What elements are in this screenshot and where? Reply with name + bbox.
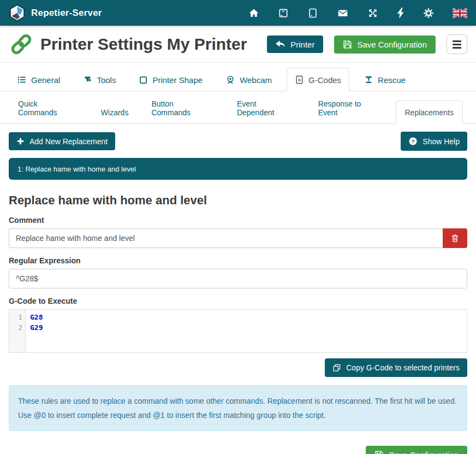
page-title: Printer Settings My Printer [40, 35, 247, 54]
settings-tabs: General Tools Printer Shape Webcam G G-C… [0, 67, 476, 91]
replacement-heading: Replace hame with home and level [9, 193, 467, 208]
language-flag-en-icon[interactable] [453, 8, 467, 18]
trash-icon [450, 233, 460, 243]
svg-text:?: ? [412, 138, 415, 144]
tab-general[interactable]: General [9, 68, 68, 91]
tab-webcam[interactable]: Webcam [217, 68, 280, 91]
copy-gcode-label: Copy G-Code to selected printers [346, 364, 460, 372]
show-help-label: Show Help [423, 138, 460, 145]
replacements-help-note: These rules are used to replace a comman… [9, 385, 467, 431]
save-configuration-button-top[interactable]: Save Configuration [334, 36, 436, 54]
tablet-icon[interactable] [307, 8, 318, 19]
replacement-list-item[interactable]: 1: Replace hame with home and level [9, 158, 467, 180]
subtab-response-to-event[interactable]: Response to Event [309, 92, 391, 124]
gcode-file-icon: G [295, 75, 304, 85]
gcode-line-numbers: 1 2 [9, 310, 26, 352]
save-configuration-label-top: Save Configuration [357, 40, 427, 49]
tab-gcodes-label: G-Codes [308, 75, 341, 85]
regex-label: Regular Expression [9, 256, 467, 265]
subtab-quick-commands[interactable]: Quick Commands [9, 92, 87, 124]
tab-webcam-label: Webcam [240, 75, 272, 85]
copy-gcode-button[interactable]: Copy G-Code to selected printers [325, 358, 467, 377]
gcode-code-area[interactable]: G28 G29 [26, 310, 467, 352]
expand-icon[interactable] [367, 8, 378, 19]
regex-input[interactable] [9, 269, 467, 288]
gear-icon[interactable] [423, 8, 434, 19]
gcode-line: G29 [30, 322, 467, 333]
home-icon[interactable] [248, 8, 259, 19]
list-icon [17, 75, 27, 85]
save-floppy-icon [343, 40, 352, 49]
bolt-icon[interactable] [397, 8, 404, 19]
subtab-button-commands[interactable]: Button Commands [142, 92, 223, 124]
gcode-label: G-Code to Execute [9, 297, 467, 305]
printer-box-icon[interactable] [278, 8, 289, 19]
add-new-replacement-button[interactable]: Add New Replacement [9, 132, 115, 150]
subtab-event-dependent[interactable]: Event Dependent [228, 92, 305, 124]
save-configuration-label-bottom: Save Configuration [389, 451, 459, 454]
tab-tools[interactable]: Tools [75, 68, 124, 91]
gcode-line: G28 [30, 312, 467, 322]
hamburger-icon [453, 40, 461, 49]
replacements-toolbar: Add New Replacement ? Show Help [9, 132, 467, 151]
tab-gcodes[interactable]: G G-Codes [287, 68, 349, 91]
gcode-subtabs: Quick Commands Wizards Button Commands E… [0, 91, 476, 124]
tab-general-label: General [31, 75, 60, 85]
question-circle-icon: ? [408, 137, 418, 146]
subtab-replacements[interactable]: Replacements [396, 101, 463, 124]
link-chain-icon [9, 33, 34, 56]
plus-icon [16, 137, 25, 145]
comment-label: Comment [9, 216, 467, 225]
repetier-logo-icon [9, 4, 26, 21]
page-header: Printer Settings My Printer Printer Save… [0, 26, 476, 63]
replacement-form: Comment Regular Expression G-Code to Exe… [9, 216, 467, 377]
square-outline-icon [139, 75, 148, 85]
back-to-printer-button[interactable]: Printer [267, 36, 323, 53]
comment-input[interactable] [9, 228, 443, 248]
top-navbar: Repetier-Server [0, 0, 476, 26]
tab-tools-label: Tools [97, 75, 116, 85]
gcode-editor[interactable]: 1 2 G28 G29 [9, 309, 467, 353]
tab-rescue-label: Rescue [378, 75, 406, 85]
footer-actions: Save Configuration [9, 446, 467, 454]
add-new-replacement-label: Add New Replacement [29, 138, 108, 145]
header-menu-button[interactable] [447, 34, 467, 54]
brand[interactable]: Repetier-Server [9, 4, 102, 21]
webcam-icon [225, 75, 235, 85]
delete-replacement-button[interactable] [443, 228, 467, 248]
extruder-icon [83, 75, 92, 85]
rescue-icon [364, 75, 373, 85]
back-to-printer-label: Printer [290, 40, 314, 49]
mail-icon[interactable] [337, 8, 349, 19]
reply-arrow-icon [276, 40, 285, 49]
show-help-button[interactable]: ? Show Help [401, 132, 467, 151]
brand-name: Repetier-Server [31, 8, 102, 19]
subtab-wizards[interactable]: Wizards [92, 101, 138, 124]
save-floppy-icon [374, 450, 384, 454]
tab-rescue[interactable]: Rescue [356, 68, 414, 91]
tab-printer-shape-label: Printer Shape [152, 75, 203, 85]
save-configuration-button-bottom[interactable]: Save Configuration [366, 446, 467, 454]
replacement-item-title: 1: Replace hame with home and level [17, 165, 136, 173]
help-note-line2: Use @0 to insert complete request and @1… [18, 408, 458, 422]
help-note-line1: These rules are used to replace a comman… [18, 394, 458, 408]
copy-icon [332, 363, 341, 372]
tab-printer-shape[interactable]: Printer Shape [130, 68, 211, 91]
svg-text:G: G [298, 78, 301, 82]
